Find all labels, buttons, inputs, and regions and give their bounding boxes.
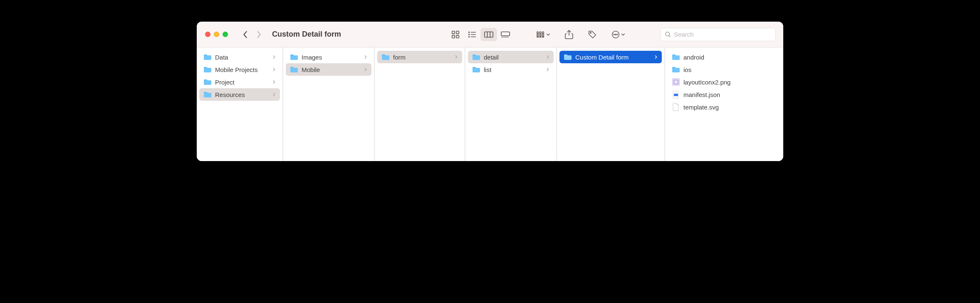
item-label: ios [683,66,777,73]
tags-button[interactable] [585,27,599,42]
svg-rect-19 [537,34,539,36]
folder-icon [203,91,212,98]
chevron-down-icon [546,32,550,37]
svg-rect-1 [456,31,459,33]
list-item[interactable]: manifest.json [668,88,781,101]
item-label: list [484,66,542,73]
item-label: template.svg [683,104,777,111]
folder-icon [672,54,680,60]
folder-icon [672,66,680,73]
svg-rect-26 [542,36,544,37]
folder-icon [203,54,212,60]
list-item[interactable]: Mobile [286,63,371,76]
svg-line-33 [669,35,670,37]
chevron-right-icon [272,67,277,72]
svg-rect-16 [505,37,507,37]
list-icon [468,30,477,39]
finder-window: Custom Detail form [197,22,783,161]
list-item[interactable]: detail [468,51,554,63]
svg-rect-17 [507,37,509,37]
chevron-right-icon [545,67,550,72]
search-icon [665,31,671,38]
chevron-right-icon [255,30,262,39]
list-item[interactable]: android [668,51,781,63]
chevron-right-icon [272,92,277,97]
item-label: Custom Detail form [575,54,650,61]
gallery-icon [500,31,510,38]
list-item[interactable]: Images [286,51,371,63]
list-item[interactable]: Data [199,51,280,63]
folder-icon [472,54,480,60]
columns-icon [484,31,494,38]
ellipsis-circle-icon [611,30,620,39]
chevron-right-icon [653,55,658,59]
grid-icon [451,30,460,39]
svg-point-4 [469,32,470,32]
list-item[interactable]: template.svg [668,101,781,113]
traffic-lights [205,32,228,37]
svg-rect-20 [537,36,539,37]
svg-rect-0 [452,31,455,33]
column-2: form [375,47,465,161]
share-button[interactable] [562,27,576,42]
minimize-button[interactable] [214,32,219,37]
svg-rect-35 [673,79,678,84]
json-file-icon [672,90,680,99]
titlebar: Custom Detail form [197,22,783,47]
item-label: form [393,54,450,61]
column-view-button[interactable] [480,28,497,41]
close-button[interactable] [205,32,210,37]
column-3: detaillist [465,47,557,161]
image-file-icon [672,78,680,86]
gallery-view-button[interactable] [497,28,514,41]
share-icon [565,30,573,39]
svg-point-29 [614,34,614,35]
item-label: Project [215,79,268,86]
chevron-right-icon [363,55,368,59]
chevron-right-icon [272,55,277,59]
icon-view-button[interactable] [447,28,464,41]
back-button[interactable] [240,30,250,39]
list-item[interactable]: list [468,63,554,76]
list-item[interactable]: Custom Detail form [559,51,662,63]
item-label: layoutIconx2.png [683,79,777,86]
svg-rect-14 [502,37,503,37]
svg-point-31 [617,34,618,35]
svg-rect-13 [501,32,510,35]
forward-button[interactable] [254,30,264,39]
group-by-button[interactable] [534,27,553,42]
fullscreen-button[interactable] [223,32,228,37]
list-item[interactable]: ios [668,63,781,76]
svg-rect-22 [539,34,541,36]
folder-icon [290,54,298,60]
svg-rect-24 [542,32,544,33]
item-label: manifest.json [683,91,777,98]
chevron-right-icon [272,80,277,84]
list-item[interactable]: Resources [199,88,280,101]
list-view-button[interactable] [464,28,480,41]
column-1: ImagesMobile [283,47,375,161]
item-label: Mobile [302,66,360,73]
search-field[interactable] [660,28,776,41]
folder-icon [290,66,298,73]
chevron-right-icon [454,55,459,59]
folder-icon [203,79,212,85]
more-actions-button[interactable] [609,27,628,42]
svg-rect-23 [539,36,541,37]
svg-point-27 [590,32,591,33]
svg-rect-37 [674,94,678,96]
chevron-down-icon [621,32,625,37]
column-5: androidioslayoutIconx2.pngmanifest.jsont… [665,47,783,161]
chevron-right-icon [545,55,550,59]
search-input[interactable] [674,31,771,38]
svg-rect-15 [503,37,505,37]
svg-point-30 [615,34,616,35]
list-item[interactable]: layoutIconx2.png [668,76,781,88]
tag-icon [588,30,597,39]
list-item[interactable]: Mobile Projects [199,63,280,76]
list-item[interactable]: Project [199,76,280,88]
folder-icon [564,54,572,60]
item-label: Data [215,54,268,61]
item-label: Resources [215,91,268,98]
list-item[interactable]: form [377,51,462,63]
